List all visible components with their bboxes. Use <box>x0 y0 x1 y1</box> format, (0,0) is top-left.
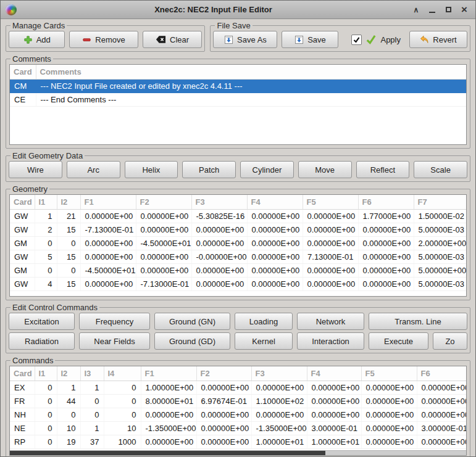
column-header[interactable]: F5 <box>303 195 358 209</box>
column-header[interactable]: F2 <box>136 195 191 209</box>
column-header[interactable]: Card <box>10 65 36 79</box>
column-header[interactable]: I3 <box>80 366 104 381</box>
titlebar[interactable]: Xnec2c: NEC2 Input File Editor ∧ × <box>1 1 475 19</box>
scale-button[interactable]: Scale <box>414 161 467 178</box>
column-header[interactable]: F5 <box>361 366 417 381</box>
table-cell: 3.00000E-01 <box>417 421 466 435</box>
save-button[interactable]: Save <box>282 31 338 48</box>
wire-button[interactable]: Wire <box>9 161 62 178</box>
frequency-button[interactable]: Frequency <box>79 313 150 330</box>
table-row[interactable]: GM000.00000E+00-4.50000E+010.00000E+000.… <box>10 236 466 250</box>
table-cell: 0.00000E+00 <box>361 435 417 448</box>
table-row[interactable]: EX01101.00000E+000.00000E+000.00000E+000… <box>10 381 466 394</box>
scale-button-label: Scale <box>430 165 451 175</box>
column-header[interactable]: I4 <box>104 366 141 381</box>
column-header[interactable]: I2 <box>57 195 80 209</box>
transm-line-button[interactable]: Transm. Line <box>369 313 467 330</box>
column-header[interactable]: F4 <box>307 366 361 381</box>
column-header[interactable]: F2 <box>196 366 251 381</box>
checkbox-check-icon <box>353 36 361 44</box>
table-cell: 0.00000E+00 <box>247 263 303 277</box>
column-header[interactable]: F1 <box>141 366 196 381</box>
cylinder-button-label: Cylinder <box>253 165 282 175</box>
table-cell: 0 <box>35 408 57 421</box>
commands-h-scrollbar[interactable] <box>10 450 466 455</box>
clear-button[interactable]: Clear <box>143 31 203 48</box>
table-cell: 0.00000E+00 <box>251 381 307 394</box>
close-button[interactable]: × <box>458 4 470 16</box>
kernel-button[interactable]: Kernel <box>235 332 293 350</box>
table-row[interactable]: GW5150.00000E+000.00000E+00-0.00000E+000… <box>10 250 466 263</box>
arc-button[interactable]: Arc <box>67 161 120 178</box>
execute-button[interactable]: Execute <box>369 332 428 350</box>
column-header[interactable]: F3 <box>191 195 247 209</box>
helix-button-label: Helix <box>142 165 160 175</box>
shade-button[interactable]: ∧ <box>410 4 422 16</box>
table-cell: -1.35000E+00 <box>141 421 196 435</box>
excitation-button[interactable]: Excitation <box>9 313 75 330</box>
table-cell: 1.77000E+00 <box>358 209 414 223</box>
column-header[interactable]: F7 <box>414 195 466 209</box>
table-row[interactable]: GM00-4.50000E+010.00000E+000.00000E+000.… <box>10 263 466 277</box>
revert-button[interactable]: Revert <box>409 31 467 48</box>
table-row[interactable]: CM--- NEC2 Input File created or edited … <box>10 79 466 93</box>
radiation-button[interactable]: Radiation <box>9 332 75 350</box>
app-globe-icon <box>6 4 17 15</box>
column-header[interactable]: F4 <box>247 195 303 209</box>
column-header[interactable]: F1 <box>80 195 136 209</box>
column-header[interactable]: I1 <box>35 366 57 381</box>
network-button[interactable]: Network <box>297 313 364 330</box>
commands-h-scrollbar-thumb[interactable] <box>10 451 325 455</box>
ground-gd-button[interactable]: Ground (GD) <box>154 332 230 350</box>
column-header[interactable]: Card <box>10 366 35 381</box>
column-header[interactable]: Card <box>10 195 35 209</box>
patch-button[interactable]: Patch <box>182 161 236 178</box>
ground-gn-button[interactable]: Ground (GN) <box>154 313 230 330</box>
near-fields-button[interactable]: Near Fields <box>79 332 150 350</box>
table-cell: 0.00000E+00 <box>80 250 136 263</box>
reflect-button[interactable]: Reflect <box>356 161 410 178</box>
table-cell: GW <box>10 250 35 263</box>
apply-checkbox[interactable] <box>351 35 362 45</box>
table-row[interactable]: GW1210.00000E+000.00000E+00-5.30825E-160… <box>10 209 466 223</box>
table-cell: 0.00000E+00 <box>358 236 414 250</box>
table-row[interactable]: GW215-7.13000E-010.00000E+000.00000E+000… <box>10 223 466 236</box>
table-cell: 10 <box>57 421 80 435</box>
move-button[interactable]: Move <box>298 161 352 178</box>
near-fields-button-label: Near Fields <box>94 337 135 346</box>
table-cell: -4.50000E+01 <box>80 263 136 277</box>
add-button[interactable]: Add <box>9 31 65 48</box>
column-header[interactable]: F3 <box>251 366 307 381</box>
table-cell: 0.00000E+00 <box>196 381 251 394</box>
table-row[interactable]: GW4150.00000E+00-7.13000E-010.00000E+000… <box>10 277 466 290</box>
helix-button[interactable]: Helix <box>125 161 178 178</box>
column-header[interactable]: F6 <box>417 366 466 381</box>
minimize-button[interactable] <box>426 4 438 16</box>
table-cell: 0.00000E+00 <box>361 421 417 435</box>
maximize-button[interactable] <box>442 4 454 16</box>
table-cell: 0 <box>57 408 80 421</box>
table-row[interactable]: NH00000.00000E+000.00000E+000.00000E+000… <box>10 408 466 421</box>
table-cell: 1.50000E-02 <box>414 209 466 223</box>
table-row[interactable]: RP0193710000.00000E+000.00000E+001.00000… <box>10 435 466 448</box>
save-as-button[interactable]: Save As <box>213 31 277 48</box>
column-header[interactable]: Comments <box>36 65 466 79</box>
table-cell: 7.13000E-01 <box>303 250 358 263</box>
table-row[interactable]: FR044008.00000E+016.97674E-011.10000E+02… <box>10 394 466 408</box>
cylinder-button[interactable]: Cylinder <box>240 161 294 178</box>
arc-button-label: Arc <box>87 165 99 175</box>
column-header[interactable]: I1 <box>35 195 57 209</box>
table-cell: 3.00000E-01 <box>307 421 361 435</box>
column-header[interactable]: F6 <box>358 195 414 209</box>
interaction-button[interactable]: Interaction <box>297 332 364 350</box>
table-cell: 0.00000E+00 <box>247 223 303 236</box>
table-cell: 1 <box>35 209 57 223</box>
zo-button[interactable]: Zo <box>433 332 467 350</box>
table-row[interactable]: NE010110-1.35000E+000.00000E+00-1.35000E… <box>10 421 466 435</box>
table-row[interactable]: CE--- End Comments --- <box>10 93 466 106</box>
remove-button[interactable]: Remove <box>69 31 138 48</box>
table-cell: GM <box>10 236 35 250</box>
loading-button[interactable]: Loading <box>235 313 293 330</box>
column-header[interactable]: I2 <box>57 366 80 381</box>
table-cell: 0.00000E+00 <box>196 408 251 421</box>
